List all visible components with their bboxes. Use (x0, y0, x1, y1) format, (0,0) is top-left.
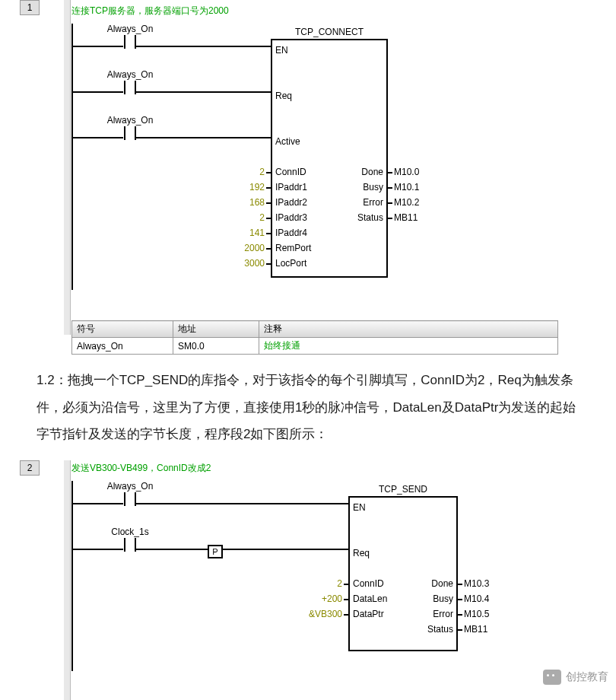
wire (223, 549, 348, 550)
pin-connid: ConnID (353, 578, 384, 589)
th-symbol: 符号 (72, 321, 173, 338)
wire (135, 503, 348, 504)
pin-status: Status (357, 212, 383, 223)
ladder-1: Always_On Always_On Always_On (71, 24, 575, 290)
pin-locport: LocPort (275, 258, 306, 269)
pin-connector (266, 172, 272, 173)
pin-remport: RemPort (275, 243, 311, 253)
out-busy: M10.1 (394, 182, 419, 192)
rung-req: Clock_1s P (73, 527, 575, 572)
pin-connector (266, 187, 272, 189)
watermark: 创控教育 (543, 670, 608, 685)
contact-label: Always_On (96, 115, 164, 126)
val-remport: 2000 (242, 243, 265, 253)
pin-active: Active (275, 136, 300, 147)
pin-ipaddr2: IPaddr2 (275, 197, 307, 208)
pin-connector (266, 248, 272, 250)
gutter (64, 460, 71, 700)
wire (73, 137, 96, 138)
pin-error: Error (363, 197, 383, 208)
contact-clock-1s: Clock_1s (96, 527, 164, 551)
contact-label: Always_On (96, 481, 164, 492)
paragraph-1-2: 1.2：拖拽一个TCP_SEND的库指令，对于该指令的每个引脚填写，ConnID… (0, 355, 616, 460)
th-address: 地址 (173, 321, 259, 338)
ladder-2: Always_On Clock_1s P TCP_SEND EN Req Con… (71, 481, 575, 671)
segment-number: 2 (20, 460, 40, 476)
pin-req: Req (353, 548, 370, 558)
pin-connector (344, 599, 350, 600)
val-ipaddr2: 168 (242, 197, 265, 208)
pin-dataptr: DataPtr (353, 609, 384, 619)
pin-connector (266, 202, 272, 204)
pin-connector (456, 614, 462, 616)
pin-connector (456, 629, 462, 631)
cell-symbol: Always_On (72, 338, 173, 355)
segment-2: 2 发送VB300-VB499，ConnID改成2 Always_On Cloc… (41, 460, 616, 700)
wire (96, 549, 123, 550)
pin-connector (266, 233, 272, 234)
pin-connector (386, 218, 392, 219)
out-busy: M10.4 (464, 593, 489, 604)
cell-comment: 始终接通 (259, 338, 558, 355)
pin-ipaddr3: IPaddr3 (275, 212, 307, 223)
out-status: MB11 (464, 624, 487, 635)
pin-connid: ConnID (275, 167, 306, 177)
wire (73, 91, 96, 93)
table-row: Always_On SM0.0 始终接通 (72, 338, 558, 355)
contact-always-on: Always_On (96, 24, 164, 48)
pin-connector (386, 202, 392, 204)
pin-connector (266, 218, 272, 219)
pin-connector (456, 584, 462, 585)
contact-always-on: Always_On (96, 481, 164, 505)
watermark-text: 创控教育 (566, 670, 608, 684)
symbol-table-1: 符号 地址 注释 Always_On SM0.0 始终接通 (71, 320, 558, 355)
segment-number: 1 (20, 0, 40, 15)
th-comment: 注释 (259, 321, 558, 338)
pin-busy: Busy (363, 182, 383, 192)
pin-connector (386, 187, 392, 189)
contact-label: Always_On (96, 69, 164, 80)
out-error: M10.5 (464, 609, 489, 619)
val-connid: 2 (304, 578, 342, 589)
contact-always-on: Always_On (96, 69, 164, 94)
val-ipaddr4: 141 (242, 228, 265, 238)
wire (135, 137, 271, 138)
wire (135, 549, 208, 550)
val-connid: 2 (242, 167, 265, 177)
pin-datalen: DataLen (353, 593, 387, 604)
pin-ipaddr4: IPaddr4 (275, 228, 307, 238)
out-done: M10.0 (394, 167, 419, 177)
wire (73, 549, 96, 550)
segment-1: 1 连接TCP服务器，服务器端口号为2000 Always_On Always_… (41, 0, 616, 355)
pin-done: Done (361, 167, 383, 177)
val-ipaddr1: 192 (242, 182, 265, 192)
pin-ipaddr1: IPaddr1 (275, 182, 307, 192)
pin-connector (266, 263, 272, 265)
pin-busy: Busy (433, 593, 453, 604)
pin-connector (386, 172, 392, 173)
pin-connector (456, 599, 462, 600)
pin-en: EN (353, 502, 366, 513)
cell-address: SM0.0 (173, 338, 259, 355)
contact-label: Always_On (96, 24, 164, 34)
wire (96, 91, 123, 93)
wechat-icon (543, 670, 561, 685)
val-locport: 3000 (242, 258, 265, 269)
wire (135, 91, 271, 93)
contact-always-on: Always_On (96, 115, 164, 139)
wire (73, 503, 96, 504)
block-tcp-connect: TCP_CONNECT EN Req Active ConnID IPaddr1… (271, 39, 388, 278)
p-trigger: P (208, 545, 223, 558)
out-status: MB11 (394, 212, 418, 223)
block-title: TCP_SEND (350, 484, 456, 495)
pin-connector (344, 614, 350, 616)
pin-en: EN (275, 45, 288, 56)
wire (96, 46, 123, 47)
pin-error: Error (433, 609, 453, 619)
contact-label: Clock_1s (96, 527, 164, 537)
wire (135, 46, 271, 47)
pin-done: Done (431, 578, 453, 589)
val-dataptr: &VB300 (304, 609, 342, 619)
pin-status: Status (427, 624, 453, 635)
val-ipaddr3: 2 (242, 212, 265, 223)
